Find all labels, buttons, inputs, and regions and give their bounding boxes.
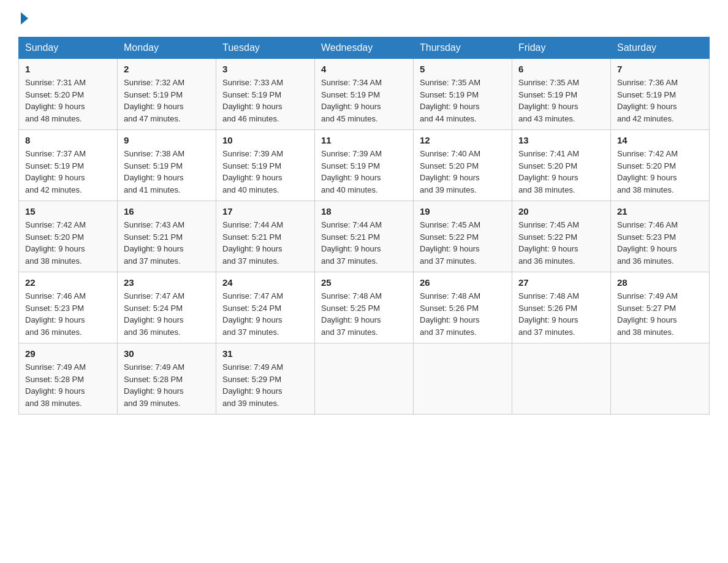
calendar-header-row: SundayMondayTuesdayWednesdayThursdayFrid…: [19, 37, 710, 59]
calendar-header-wednesday: Wednesday: [315, 37, 414, 59]
calendar-cell: 26Sunrise: 7:48 AMSunset: 5:26 PMDayligh…: [414, 272, 512, 343]
calendar-header-saturday: Saturday: [611, 37, 710, 59]
day-info: Sunrise: 7:39 AMSunset: 5:19 PMDaylight:…: [222, 148, 308, 196]
day-number: 12: [420, 135, 506, 145]
logo-triangle-icon: [21, 12, 28, 25]
day-info: Sunrise: 7:49 AMSunset: 5:29 PMDaylight:…: [222, 361, 308, 409]
day-info: Sunrise: 7:44 AMSunset: 5:21 PMDaylight:…: [222, 219, 308, 267]
day-number: 22: [25, 277, 111, 288]
calendar-cell: 5Sunrise: 7:35 AMSunset: 5:19 PMDaylight…: [414, 59, 512, 130]
day-number: 14: [617, 135, 703, 145]
calendar-cell: 28Sunrise: 7:49 AMSunset: 5:27 PMDayligh…: [611, 272, 710, 343]
calendar-header-thursday: Thursday: [414, 37, 512, 59]
logo-blue-text: [18, 12, 28, 25]
day-number: 29: [25, 348, 111, 359]
day-number: 1: [25, 64, 111, 74]
day-number: 6: [518, 64, 604, 74]
day-number: 23: [124, 277, 210, 288]
day-info: Sunrise: 7:49 AMSunset: 5:28 PMDaylight:…: [25, 361, 111, 409]
calendar-cell: 10Sunrise: 7:39 AMSunset: 5:19 PMDayligh…: [216, 130, 315, 201]
day-info: Sunrise: 7:35 AMSunset: 5:19 PMDaylight:…: [518, 77, 604, 124]
day-info: Sunrise: 7:31 AMSunset: 5:20 PMDaylight:…: [25, 77, 111, 124]
day-info: Sunrise: 7:34 AMSunset: 5:19 PMDaylight:…: [321, 77, 407, 124]
calendar-cell: 2Sunrise: 7:32 AMSunset: 5:19 PMDaylight…: [118, 59, 216, 130]
day-number: 10: [222, 135, 308, 145]
calendar-cell: 25Sunrise: 7:48 AMSunset: 5:25 PMDayligh…: [315, 272, 414, 343]
calendar-cell: 18Sunrise: 7:44 AMSunset: 5:21 PMDayligh…: [315, 201, 414, 272]
calendar-cell: 22Sunrise: 7:46 AMSunset: 5:23 PMDayligh…: [19, 272, 118, 343]
day-info: Sunrise: 7:41 AMSunset: 5:20 PMDaylight:…: [518, 148, 604, 196]
day-info: Sunrise: 7:49 AMSunset: 5:27 PMDaylight:…: [617, 290, 703, 338]
day-info: Sunrise: 7:48 AMSunset: 5:26 PMDaylight:…: [420, 290, 506, 338]
page-header: [18, 12, 710, 25]
calendar-cell: 29Sunrise: 7:49 AMSunset: 5:28 PMDayligh…: [19, 343, 118, 415]
calendar-cell: 6Sunrise: 7:35 AMSunset: 5:19 PMDaylight…: [512, 59, 611, 130]
day-info: Sunrise: 7:48 AMSunset: 5:26 PMDaylight:…: [518, 290, 604, 338]
day-number: 13: [518, 135, 604, 145]
calendar-cell: 4Sunrise: 7:34 AMSunset: 5:19 PMDaylight…: [315, 59, 414, 130]
calendar-week-row: 15Sunrise: 7:42 AMSunset: 5:20 PMDayligh…: [19, 201, 710, 272]
calendar-cell: 30Sunrise: 7:49 AMSunset: 5:28 PMDayligh…: [118, 343, 216, 415]
calendar-table: SundayMondayTuesdayWednesdayThursdayFrid…: [18, 37, 710, 415]
calendar-cell: 17Sunrise: 7:44 AMSunset: 5:21 PMDayligh…: [216, 201, 315, 272]
calendar-cell: 3Sunrise: 7:33 AMSunset: 5:19 PMDaylight…: [216, 59, 315, 130]
calendar-cell: 21Sunrise: 7:46 AMSunset: 5:23 PMDayligh…: [611, 201, 710, 272]
day-info: Sunrise: 7:38 AMSunset: 5:19 PMDaylight:…: [124, 148, 210, 196]
calendar-cell: 16Sunrise: 7:43 AMSunset: 5:21 PMDayligh…: [118, 201, 216, 272]
day-info: Sunrise: 7:45 AMSunset: 5:22 PMDaylight:…: [518, 219, 604, 267]
day-info: Sunrise: 7:33 AMSunset: 5:19 PMDaylight:…: [222, 77, 308, 124]
calendar-week-row: 1Sunrise: 7:31 AMSunset: 5:20 PMDaylight…: [19, 59, 710, 130]
day-number: 16: [124, 206, 210, 216]
calendar-header-friday: Friday: [512, 37, 611, 59]
calendar-cell: 27Sunrise: 7:48 AMSunset: 5:26 PMDayligh…: [512, 272, 611, 343]
calendar-cell: [611, 343, 710, 415]
calendar-cell: 7Sunrise: 7:36 AMSunset: 5:19 PMDaylight…: [611, 59, 710, 130]
day-info: Sunrise: 7:42 AMSunset: 5:20 PMDaylight:…: [617, 148, 703, 196]
calendar-cell: 1Sunrise: 7:31 AMSunset: 5:20 PMDaylight…: [19, 59, 118, 130]
calendar-cell: [315, 343, 414, 415]
calendar-cell: 24Sunrise: 7:47 AMSunset: 5:24 PMDayligh…: [216, 272, 315, 343]
calendar-week-row: 22Sunrise: 7:46 AMSunset: 5:23 PMDayligh…: [19, 272, 710, 343]
day-number: 19: [420, 206, 506, 216]
day-number: 7: [617, 64, 703, 74]
calendar-cell: 11Sunrise: 7:39 AMSunset: 5:19 PMDayligh…: [315, 130, 414, 201]
day-info: Sunrise: 7:40 AMSunset: 5:20 PMDaylight:…: [420, 148, 506, 196]
calendar-cell: 14Sunrise: 7:42 AMSunset: 5:20 PMDayligh…: [611, 130, 710, 201]
day-number: 21: [617, 206, 703, 216]
day-number: 30: [124, 348, 210, 359]
day-info: Sunrise: 7:37 AMSunset: 5:19 PMDaylight:…: [25, 148, 111, 196]
calendar-cell: [512, 343, 611, 415]
calendar-cell: 31Sunrise: 7:49 AMSunset: 5:29 PMDayligh…: [216, 343, 315, 415]
day-info: Sunrise: 7:36 AMSunset: 5:19 PMDaylight:…: [617, 77, 703, 124]
calendar-cell: 15Sunrise: 7:42 AMSunset: 5:20 PMDayligh…: [19, 201, 118, 272]
day-number: 3: [222, 64, 308, 74]
day-number: 5: [420, 64, 506, 74]
logo: [18, 12, 28, 25]
day-info: Sunrise: 7:43 AMSunset: 5:21 PMDaylight:…: [124, 219, 210, 267]
day-info: Sunrise: 7:42 AMSunset: 5:20 PMDaylight:…: [25, 219, 111, 267]
day-number: 26: [420, 277, 506, 288]
calendar-cell: [414, 343, 512, 415]
day-number: 25: [321, 277, 407, 288]
calendar-week-row: 29Sunrise: 7:49 AMSunset: 5:28 PMDayligh…: [19, 343, 710, 415]
day-info: Sunrise: 7:39 AMSunset: 5:19 PMDaylight:…: [321, 148, 407, 196]
day-number: 20: [518, 206, 604, 216]
day-info: Sunrise: 7:46 AMSunset: 5:23 PMDaylight:…: [25, 290, 111, 338]
calendar-cell: 23Sunrise: 7:47 AMSunset: 5:24 PMDayligh…: [118, 272, 216, 343]
calendar-header-monday: Monday: [118, 37, 216, 59]
day-number: 17: [222, 206, 308, 216]
day-info: Sunrise: 7:44 AMSunset: 5:21 PMDaylight:…: [321, 219, 407, 267]
calendar-header-sunday: Sunday: [19, 37, 118, 59]
calendar-week-row: 8Sunrise: 7:37 AMSunset: 5:19 PMDaylight…: [19, 130, 710, 201]
calendar-cell: 9Sunrise: 7:38 AMSunset: 5:19 PMDaylight…: [118, 130, 216, 201]
day-number: 2: [124, 64, 210, 74]
calendar-header-tuesday: Tuesday: [216, 37, 315, 59]
calendar-cell: 20Sunrise: 7:45 AMSunset: 5:22 PMDayligh…: [512, 201, 611, 272]
calendar-cell: 13Sunrise: 7:41 AMSunset: 5:20 PMDayligh…: [512, 130, 611, 201]
day-number: 28: [617, 277, 703, 288]
day-number: 9: [124, 135, 210, 145]
day-info: Sunrise: 7:35 AMSunset: 5:19 PMDaylight:…: [420, 77, 506, 124]
day-number: 18: [321, 206, 407, 216]
day-number: 11: [321, 135, 407, 145]
day-number: 31: [222, 348, 308, 359]
